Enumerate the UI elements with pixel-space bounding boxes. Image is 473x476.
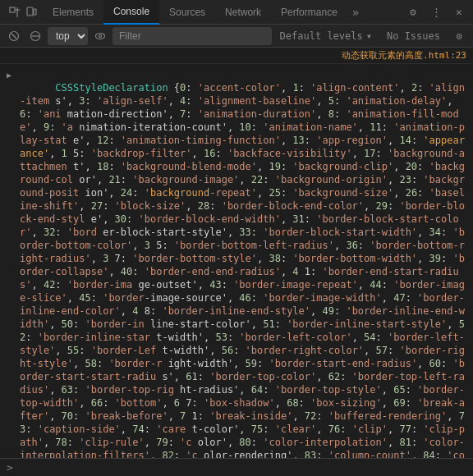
filter-input[interactable] (113, 27, 272, 45)
svg-point-11 (99, 34, 102, 37)
console-row: ▶ CSSStyleDeclaration {0: 'accent-color'… (0, 67, 473, 458)
devtools-icons (3, 6, 43, 19)
inspect-icon[interactable] (8, 6, 21, 19)
close-icon[interactable]: ✕ (448, 2, 470, 23)
block-icon[interactable] (26, 27, 44, 45)
tab-sources[interactable]: Sources (159, 0, 215, 25)
ellipsis-icon[interactable]: ⋮ (425, 2, 447, 23)
console-input[interactable] (18, 462, 466, 474)
tab-elements[interactable]: Elements (43, 0, 103, 25)
issues-badge[interactable]: No Issues (380, 29, 447, 43)
log-levels-dropdown[interactable]: Default levels ▾ (275, 27, 377, 45)
clear-console-icon[interactable] (5, 27, 23, 45)
more-tabs-icon[interactable]: » (347, 6, 364, 19)
device-icon[interactable] (25, 6, 38, 19)
context-selector[interactable]: top (48, 27, 88, 45)
svg-rect-0 (10, 7, 15, 12)
tab-performance[interactable]: Performance (271, 0, 347, 25)
source-link[interactable]: 动态获取元素的高度.html:23 (342, 50, 466, 61)
eye-icon[interactable] (91, 27, 109, 45)
tab-network[interactable]: Network (215, 0, 271, 25)
tab-console[interactable]: Console (103, 0, 159, 25)
source-link-line: 动态获取元素的高度.html:23 (0, 48, 473, 64)
svg-rect-4 (34, 9, 36, 15)
console-input-bar: > (0, 458, 473, 476)
tab-right-icons: ⚙ ⋮ ✕ (402, 2, 470, 23)
console-output: ▶ CSSStyleDeclaration {0: 'accent-color'… (0, 64, 473, 458)
svg-point-10 (96, 33, 105, 39)
svg-line-7 (11, 34, 16, 39)
console-prompt-icon: > (7, 461, 13, 474)
settings-icon[interactable]: ⚙ (402, 2, 424, 23)
console-toolbar: top Default levels ▾ No Issues ⚙ (0, 25, 473, 48)
console-settings-icon[interactable]: ⚙ (450, 27, 468, 45)
expand-arrow[interactable]: ▶ (7, 69, 11, 82)
tab-bar: Elements Console Sources Network Perform… (0, 0, 473, 25)
